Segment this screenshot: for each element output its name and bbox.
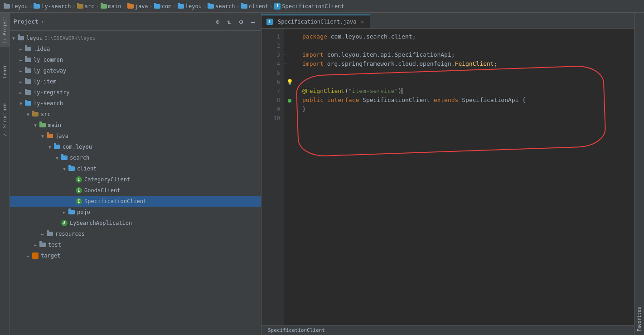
breadcrumb-label: SpecificationClient (282, 3, 344, 10)
code-editor: 1 2 3 4 5 6 7 8 9 10 ⌒ ⌒ (261, 29, 634, 325)
collapse-button[interactable]: ⇅ (225, 17, 234, 26)
breadcrumb-ly-search[interactable]: ly-search (34, 3, 71, 10)
editor-area: I SpecificationClient.java ✕ 1 2 3 4 5 6… (261, 13, 634, 335)
panel-title: Project ▾ (14, 18, 213, 25)
code-line-9: } (302, 105, 627, 114)
add-button[interactable]: ⊕ (213, 17, 222, 26)
tree-item-ly-search-app[interactable]: ► A LySearchApplication (10, 218, 261, 228)
gutter-9 (284, 105, 295, 114)
code-line-3: import com.leyou.item.api.SpecificationA… (302, 50, 627, 59)
tree-item-src[interactable]: ▼ src (10, 109, 261, 120)
folder-icon (101, 3, 107, 10)
code-line-10 (302, 114, 627, 123)
breadcrumb-java[interactable]: java (127, 3, 148, 10)
gutter-2 (284, 41, 295, 50)
tree-item-ly-registry[interactable]: ► ly-registry (10, 87, 261, 98)
run-icon: ● (288, 97, 291, 104)
tree-item-client[interactable]: ▼ client (10, 163, 261, 174)
folder-icon (34, 3, 40, 10)
breadcrumb-leyou2[interactable]: leyou (178, 3, 202, 10)
tree-item-ly-gateway[interactable]: ► ly-gateway (10, 65, 261, 76)
breadcrumb-label: com (162, 3, 172, 10)
breadcrumb-bar: leyou › ly-search › src › main › java › … (0, 0, 644, 13)
status-bar: SpecificationClient (261, 325, 634, 335)
tab-learn[interactable]: Learn (0, 61, 10, 82)
breadcrumb-label: leyou (11, 3, 28, 10)
breadcrumb-main[interactable]: main (101, 3, 121, 10)
code-line-1: package com.leyou.search.client; (302, 32, 627, 41)
tree-item-specification-client[interactable]: ► I SpecificationClient (10, 196, 261, 207)
gutter-7 (284, 87, 295, 96)
lightbulb-icon: 💡 (286, 79, 293, 85)
gutter-5 (284, 68, 295, 78)
tree-item-idea[interactable]: ► .idea (10, 44, 261, 54)
minimize-button[interactable]: — (248, 17, 257, 26)
folder-icon (127, 3, 134, 10)
tree-item-ly-item[interactable]: ► ly-item (10, 76, 261, 87)
tree-item-leyou[interactable]: ▼ leyou D:\IDEAWORK\leyou (10, 33, 261, 44)
tab-structure[interactable]: Z. Structure (0, 100, 10, 140)
side-panel-left: 1: Project Learn Z. Structure (0, 13, 10, 335)
code-line-5 (302, 68, 627, 78)
interface-icon: I (274, 3, 281, 10)
tree-item-target[interactable]: ► target (10, 250, 261, 261)
tree-item-test[interactable]: ► test (10, 239, 261, 250)
code-line-6 (302, 78, 627, 87)
tab-favorites[interactable]: Favorites (634, 303, 644, 335)
breadcrumb-com[interactable]: com (154, 3, 172, 10)
gutter-4: ⌒ (284, 59, 295, 68)
code-line-2 (302, 41, 627, 50)
tree-item-goods-client[interactable]: ► I GoodsClient (10, 185, 261, 196)
gutter-10 (284, 114, 295, 123)
panel-actions: ⊕ ⇅ ⚙ — (213, 17, 257, 26)
breadcrumb-label: leyou (185, 3, 202, 10)
breadcrumb-label: client (249, 3, 268, 10)
tree-item-category-client[interactable]: ► I CategoryClient (10, 174, 261, 185)
tree-item-com-leyou[interactable]: ▼ com.leyou (10, 141, 261, 152)
settings-button[interactable]: ⚙ (237, 17, 246, 26)
breadcrumb-search[interactable]: search (208, 3, 235, 10)
gutter: ⌒ ⌒ 💡 ● (284, 29, 295, 325)
gutter-run[interactable]: ● (284, 96, 295, 105)
breadcrumb-label: java (135, 3, 148, 10)
folder-icon (178, 3, 184, 10)
tab-project[interactable]: 1: Project (0, 13, 10, 47)
code-content[interactable]: package com.leyou.search.client; import … (295, 29, 634, 325)
tab-close-button[interactable]: ✕ (359, 19, 365, 25)
tree-item-search[interactable]: ▼ search (10, 152, 261, 163)
code-line-7: @FeignClient("item-service") (302, 87, 627, 96)
status-file: SpecificationClient (265, 327, 328, 333)
folder-icon (208, 3, 214, 10)
project-panel: Project ▾ ⊕ ⇅ ⚙ — ▼ leyou D:\IDEAWORK\le… (10, 13, 261, 335)
folder-icon (77, 3, 83, 10)
tree-item-ly-search[interactable]: ▼ ly-search (10, 98, 261, 109)
code-line-4: import org.springframework.cloud.openfei… (302, 59, 627, 68)
breadcrumb-specification-client[interactable]: I SpecificationClient (274, 3, 344, 10)
tree-item-ly-common[interactable]: ► ly-common (10, 54, 261, 65)
side-panel-right: Favorites (634, 13, 644, 335)
project-tree: ▼ leyou D:\IDEAWORK\leyou ► .idea ► ly-c… (10, 31, 261, 335)
breadcrumb-label: ly-search (41, 3, 71, 10)
tab-specification-client[interactable]: I SpecificationClient.java ✕ (261, 15, 370, 28)
tree-item-main[interactable]: ▼ main (10, 120, 261, 131)
breadcrumb-leyou[interactable]: leyou (4, 3, 28, 10)
line-numbers: 1 2 3 4 5 6 7 8 9 10 (261, 29, 284, 325)
gutter-3: ⌒ (284, 50, 295, 59)
tab-label: SpecificationClient.java (278, 19, 356, 25)
gutter-1 (284, 32, 295, 41)
folder-icon (154, 3, 160, 10)
folder-icon (4, 3, 10, 10)
tree-item-resources[interactable]: ► resources (10, 228, 261, 239)
tree-item-pojo[interactable]: ► pojo (10, 207, 261, 218)
breadcrumb-src[interactable]: src (77, 3, 95, 10)
breadcrumb-client[interactable]: client (241, 3, 268, 10)
breadcrumb-label: src (85, 3, 95, 10)
tree-item-java[interactable]: ▼ java (10, 131, 261, 141)
code-line-8: public interface SpecificationClient ext… (302, 96, 627, 105)
gutter-bulb[interactable]: 💡 (284, 78, 295, 87)
folder-icon (241, 3, 247, 10)
panel-header: Project ▾ ⊕ ⇅ ⚙ — (10, 13, 261, 31)
breadcrumb-label: main (108, 3, 121, 10)
breadcrumb-label: search (215, 3, 235, 10)
tab-bar: I SpecificationClient.java ✕ (261, 13, 634, 29)
